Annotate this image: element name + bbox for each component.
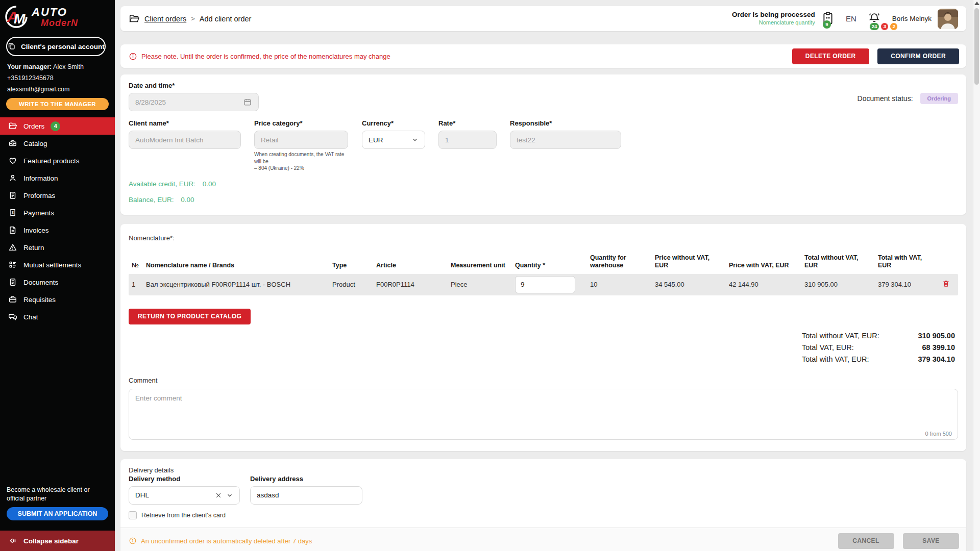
comment-char-counter: 0 from 500	[925, 431, 952, 437]
avatar-photo	[938, 10, 958, 29]
total-without-vat-label: Total without VAT, EUR:	[802, 332, 918, 340]
quantity-input[interactable]	[515, 276, 575, 293]
topbar-right: Order is being processed Nomenclature qu…	[732, 9, 958, 29]
col-article: Article	[373, 258, 448, 274]
calendar-icon[interactable]	[243, 97, 252, 107]
main-content: Client orders > Add client order Order i…	[115, 0, 980, 551]
logo[interactable]: A M AUTO ModerN	[0, 0, 115, 32]
manager-block: Your manager: Alex Smith +351912345678 a…	[0, 56, 115, 94]
notifications-button[interactable]: 24 3 2	[868, 11, 881, 27]
cell-price-w-vat: 42 144.90	[726, 281, 801, 288]
notification-badge-red: 3	[880, 22, 889, 31]
col-quantity: Quantity *	[512, 258, 587, 274]
sidebar-item-label: Payments	[23, 209, 54, 217]
sidebar-item-payments[interactable]: $ Payments	[0, 204, 115, 221]
currency-group: Currency* EUR	[362, 119, 425, 172]
folder-icon	[8, 121, 17, 131]
info-icon	[129, 52, 137, 61]
receipt-dollar-icon: $	[8, 208, 17, 217]
automodern-emblem-icon: A M	[4, 5, 29, 29]
delivery-method-group: Delivery method DHL	[129, 475, 240, 505]
totals-block: Total without VAT, EUR: 310 905.00 Total…	[129, 332, 955, 363]
cell-name: Вал эксцентриковый F00R0P1114 шт. - BOSC…	[143, 281, 329, 288]
clear-delivery-method-button[interactable]	[214, 492, 223, 499]
nomenclature-table: № Nomenclature name / Brands Type Articl…	[129, 250, 958, 295]
vertical-scrollbar[interactable]	[973, 0, 980, 551]
wholesale-block: Become a wholesale client or official pa…	[0, 486, 115, 520]
save-button[interactable]: SAVE	[903, 533, 959, 549]
breadcrumb-client-orders-link[interactable]: Client orders	[144, 15, 186, 23]
sidebar-item-information[interactable]: Information	[0, 169, 115, 187]
sidebar-item-chat[interactable]: Chat	[0, 308, 115, 325]
scrollbar-up-arrow[interactable]	[974, 2, 979, 5]
responsible-group: Responsible* test22	[510, 119, 621, 172]
total-vat-value: 68 399.10	[922, 343, 955, 352]
toolbox-icon	[8, 139, 17, 148]
col-price-wo-vat: Price without VAT, EUR	[652, 250, 726, 274]
client-personal-account-button[interactable]: Client's personal account	[6, 37, 106, 56]
price-category-input: Retail	[254, 131, 348, 149]
clipboard-count-badge: 9	[823, 20, 831, 29]
confirm-order-button[interactable]: CONFIRM ORDER	[877, 48, 959, 64]
balance-row: Balance, EUR: 0.00	[129, 196, 958, 204]
cell-number: 1	[129, 281, 143, 288]
sidebar-item-catalog[interactable]: Catalog	[0, 135, 115, 152]
responsible-value: test22	[517, 136, 535, 144]
price-category-group: Price category* Retail When creating doc…	[254, 119, 349, 172]
submit-application-button[interactable]: SUBMIT AN APPLICATION	[7, 507, 108, 520]
delivery-address-input[interactable]	[250, 486, 362, 505]
write-to-manager-button[interactable]: WRITE TO THE MANAGER	[6, 98, 109, 110]
currency-select[interactable]: EUR	[362, 131, 425, 149]
sidebar-item-label: Mutual settlements	[23, 261, 81, 269]
sidebar-item-proformas[interactable]: Proformas	[0, 187, 115, 204]
checkbox[interactable]	[129, 511, 137, 519]
sidebar-item-invoices[interactable]: Invoices	[0, 221, 115, 239]
delete-row-button[interactable]	[941, 278, 951, 291]
col-total-wo-vat: Total without VAT, EUR	[801, 250, 875, 274]
sidebar-item-mutual-settlements[interactable]: Mutual settlements	[0, 256, 115, 273]
language-selector[interactable]: EN	[846, 14, 856, 23]
settlements-list-icon	[8, 260, 17, 269]
document-status-label: Document status:	[857, 94, 913, 103]
manager-phone: +351912345678	[7, 73, 108, 83]
sidebar-item-orders[interactable]: Orders 4	[0, 117, 115, 135]
topbar: Client orders > Add client order Order i…	[120, 6, 966, 31]
total-without-vat-row: Total without VAT, EUR: 310 905.00	[802, 332, 955, 340]
user-menu[interactable]: Boris Melnyk	[892, 9, 958, 29]
logo-text: AUTO ModerN	[32, 7, 78, 28]
comment-textarea[interactable]	[129, 389, 958, 440]
total-without-vat-value: 310 905.00	[918, 332, 955, 340]
scrollbar-thumb[interactable]	[974, 8, 979, 85]
manager-name: Alex Smith	[53, 63, 84, 70]
date-input[interactable]: 8/28/2025	[129, 93, 259, 111]
nomenclature-quantity-indicator[interactable]: 9	[821, 11, 835, 27]
order-status-subtitle: Nomenclature quantity	[732, 19, 815, 27]
return-to-catalog-button[interactable]: RETURN TO PRODUCT CATALOG	[129, 309, 251, 324]
delivery-method-select[interactable]: DHL	[129, 486, 240, 505]
delete-order-button[interactable]: DELETE ORDER	[792, 48, 869, 64]
col-name: Nomenclature name / Brands	[143, 258, 329, 274]
delivery-method-label: Delivery method	[129, 475, 240, 483]
sidebar-item-requisites[interactable]: Requisites	[0, 291, 115, 308]
balance-label: Balance, EUR:	[129, 196, 174, 204]
sidebar-item-label: Information	[23, 174, 58, 182]
notification-badge-green: 24	[869, 22, 880, 31]
order-form-card: Date and time* 8/28/2025 Document status…	[120, 74, 966, 215]
cancel-button[interactable]: CANCEL	[838, 533, 894, 549]
sidebar-item-return[interactable]: Return	[0, 239, 115, 256]
sidebar-item-label: Featured products	[23, 157, 80, 165]
col-price-w-vat: Price with VAT, EUR	[726, 258, 801, 274]
sidebar-item-label: Orders	[23, 122, 44, 130]
collapse-sidebar-button[interactable]: Collapse sidebar	[0, 531, 115, 551]
cell-total-w-vat: 379 304.10	[875, 281, 936, 288]
available-credit-value: 0.00	[203, 180, 216, 188]
cell-qty-warehouse: 10	[587, 281, 652, 288]
sidebar-item-label: Catalog	[23, 140, 47, 147]
sidebar-item-featured-products[interactable]: Featured products	[0, 152, 115, 169]
sidebar-item-documents[interactable]: Documents	[0, 273, 115, 291]
avatar[interactable]	[938, 9, 958, 29]
cell-price-wo-vat: 34 545.00	[652, 281, 726, 288]
retrieve-from-card-checkbox-row[interactable]: Retrieve from the client's card	[129, 511, 958, 519]
currency-label: Currency*	[362, 119, 425, 127]
breadcrumb-separator: >	[191, 15, 195, 22]
